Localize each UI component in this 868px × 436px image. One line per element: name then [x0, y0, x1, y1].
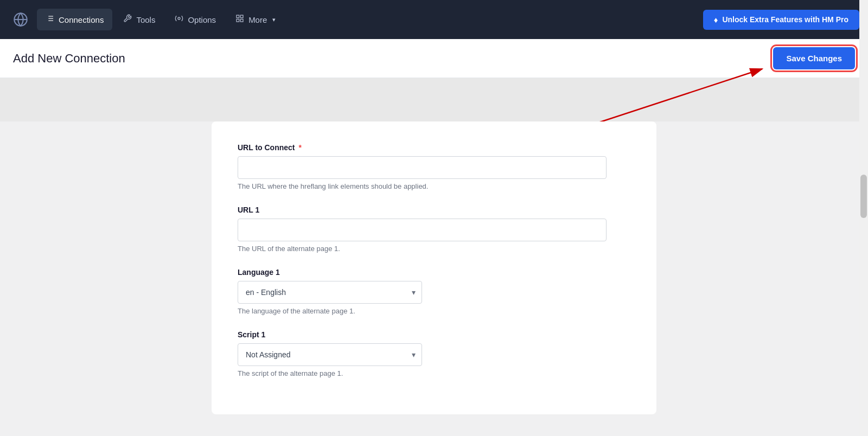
- script-1-select-wrapper: Not Assigned Latn - Latin Cyrl - Cyrilli…: [238, 343, 422, 366]
- globe-icon: [9, 8, 33, 31]
- connections-label: Connections: [59, 15, 104, 24]
- more-icon: [235, 14, 244, 25]
- nav-tools[interactable]: Tools: [114, 9, 164, 30]
- language-1-select-wrapper: en - English fr - French de - German es …: [238, 281, 422, 304]
- page-title: Add New Connection: [13, 52, 125, 66]
- required-asterisk: *: [298, 143, 301, 152]
- url-to-connect-label: URL to Connect *: [238, 143, 630, 152]
- language-1-group: Language 1 en - English fr - French de -…: [238, 268, 630, 315]
- nav-options[interactable]: Options: [166, 9, 225, 30]
- main-content: URL to Connect * The URL where the hrefl…: [0, 121, 868, 436]
- svg-rect-9: [237, 15, 239, 18]
- nav-more[interactable]: More ▾: [227, 9, 284, 30]
- url-to-connect-group: URL to Connect * The URL where the hrefl…: [238, 143, 630, 190]
- more-chevron-icon: ▾: [272, 16, 276, 23]
- script-1-label: Script 1: [238, 330, 630, 339]
- nav-connections[interactable]: Connections: [37, 9, 112, 30]
- pro-button-wrapper: ♦ Unlock Extra Features with HM Pro: [703, 10, 859, 30]
- options-label: Options: [188, 15, 216, 24]
- connections-icon: [46, 14, 54, 25]
- pro-button-label: Unlock Extra Features with HM Pro: [722, 15, 848, 24]
- options-icon: [175, 14, 183, 25]
- url-1-label: URL 1: [238, 206, 630, 214]
- unlock-pro-button[interactable]: ♦ Unlock Extra Features with HM Pro: [703, 10, 859, 30]
- script-1-hint: The script of the alternate page 1.: [238, 369, 630, 377]
- scrollbar-thumb[interactable]: [860, 175, 867, 218]
- diamond-icon: ♦: [714, 15, 718, 24]
- script-1-select[interactable]: Not Assigned Latn - Latin Cyrl - Cyrilli…: [238, 343, 422, 366]
- svg-rect-11: [237, 19, 239, 22]
- nav-items: Connections Tools Options: [37, 9, 699, 30]
- svg-rect-12: [240, 19, 243, 22]
- more-label: More: [248, 15, 267, 24]
- page-scrollbar[interactable]: [859, 0, 868, 436]
- language-1-select[interactable]: en - English fr - French de - German es …: [238, 281, 422, 304]
- url-1-group: URL 1 The URL of the alternate page 1.: [238, 206, 630, 253]
- url-to-connect-hint: The URL where the hreflang link elements…: [238, 182, 630, 190]
- top-navigation: Connections Tools Options: [0, 0, 868, 39]
- svg-point-8: [178, 17, 180, 20]
- form-card: URL to Connect * The URL where the hrefl…: [212, 121, 656, 414]
- subheader: Add New Connection Save Changes: [0, 39, 868, 78]
- gray-band: [0, 78, 868, 121]
- language-1-label: Language 1: [238, 268, 630, 277]
- tools-label: Tools: [136, 15, 155, 24]
- url-1-hint: The URL of the alternate page 1.: [238, 245, 630, 253]
- language-1-hint: The language of the alternate page 1.: [238, 307, 630, 315]
- script-1-group: Script 1 Not Assigned Latn - Latin Cyrl …: [238, 330, 630, 377]
- tools-icon: [123, 14, 132, 25]
- url-1-input[interactable]: [238, 219, 607, 241]
- svg-rect-10: [240, 15, 243, 18]
- save-changes-button[interactable]: Save Changes: [773, 47, 855, 69]
- url-to-connect-input[interactable]: [238, 156, 607, 179]
